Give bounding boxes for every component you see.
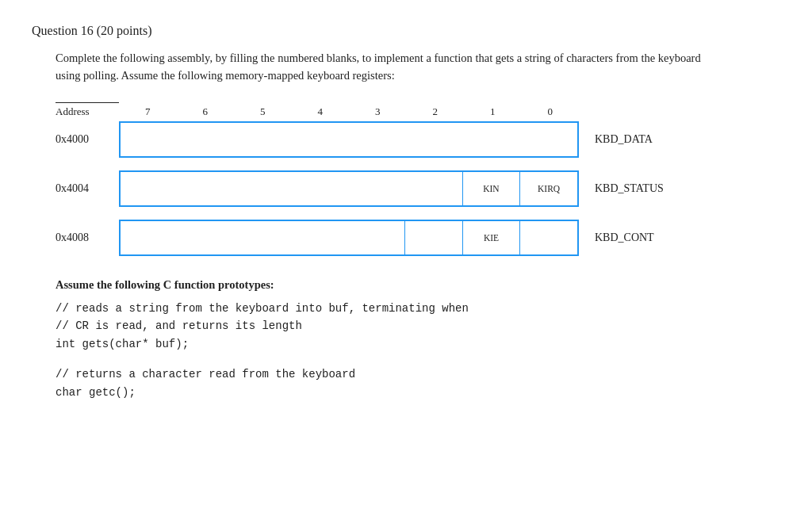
reg-name-4004: KBD_STATUS (595, 182, 664, 195)
code-block-2: // returns a character read from the key… (56, 365, 780, 401)
bit-6: 6 (177, 105, 234, 118)
reg-name-4000: KBD_DATA (595, 133, 653, 146)
reg-cell-4008-bit0 (520, 221, 577, 254)
code-comment-1b: // CR is read, and returns its length (56, 317, 780, 335)
diagram-header: Address 7 6 5 4 3 2 1 0 (56, 102, 780, 118)
code-block-1: // reads a string from the keyboard into… (56, 300, 780, 353)
bit-3: 3 (349, 105, 406, 118)
reg-address-4004: 0x4004 (56, 182, 119, 195)
bit-0: 0 (522, 105, 579, 118)
code-signature-2: char getc(); (56, 384, 780, 401)
reg-cell-4008-bit2 (405, 221, 463, 254)
bit-4: 4 (292, 105, 349, 118)
register-row-4004: 0x4004 KIN KIRQ KBD_STATUS (56, 170, 780, 207)
reg-box-4004: KIN KIRQ (119, 170, 579, 207)
reg-cell-4004-kin: KIN (463, 172, 521, 205)
address-divider (56, 102, 119, 103)
bit-7: 7 (119, 105, 176, 118)
code-signature-1: int gets(char* buf); (56, 335, 780, 353)
question-header: Question 16 (20 points) (32, 24, 780, 38)
reg-box-4000 (119, 121, 579, 158)
reg-address-4000: 0x4000 (56, 133, 119, 146)
address-label: Address (56, 105, 90, 117)
reg-cell-4004-wide (121, 172, 463, 205)
question-points: (20 points) (97, 24, 152, 37)
code-comment-2: // returns a character read from the key… (56, 365, 780, 383)
reg-cell-4000-full (121, 123, 577, 156)
register-row-4008: 0x4008 KIE KBD_CONT (56, 220, 780, 256)
intro-text: Complete the following assembly, by fill… (56, 49, 706, 85)
reg-cell-4004-kirq: KIRQ (520, 172, 577, 205)
reg-box-4008: KIE (119, 220, 579, 256)
bit-1: 1 (464, 105, 521, 118)
bit-number-row: 7 6 5 4 3 2 1 0 (119, 105, 579, 118)
code-comment-1a: // reads a string from the keyboard into… (56, 300, 780, 317)
reg-address-4008: 0x4008 (56, 231, 119, 244)
reg-cell-4008-kie: KIE (463, 221, 521, 254)
bit-5: 5 (234, 105, 291, 118)
register-row-4000: 0x4000 KBD_DATA (56, 121, 780, 158)
address-column-header: Address (56, 102, 119, 118)
bit-2: 2 (407, 105, 464, 118)
register-diagram: Address 7 6 5 4 3 2 1 0 0x4000 KBD_DATA … (56, 102, 780, 256)
assume-label: Assume the following C function prototyp… (56, 278, 780, 292)
reg-name-4008: KBD_CONT (595, 231, 654, 244)
question-number: Question 16 (32, 24, 94, 37)
reg-cell-4008-wide (121, 221, 405, 254)
question-body: Complete the following assembly, by fill… (56, 49, 780, 401)
